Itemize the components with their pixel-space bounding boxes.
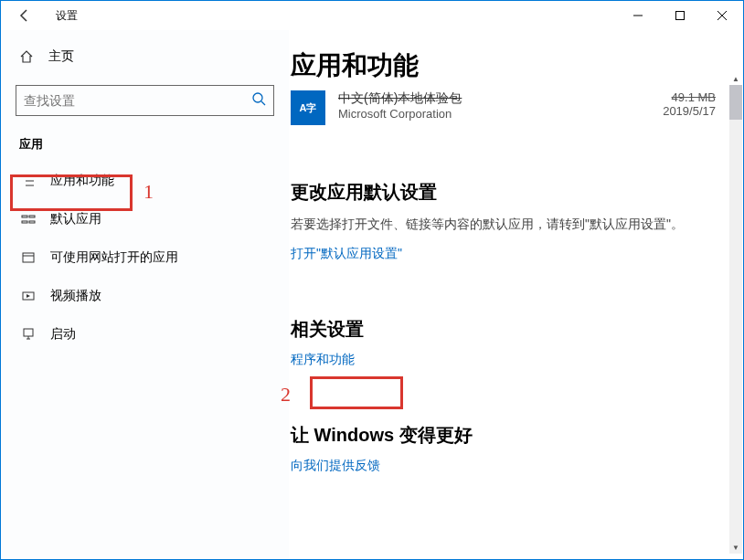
back-button[interactable] [10, 1, 39, 30]
sidebar-section-title: 应用 [1, 116, 289, 162]
feedback-link[interactable]: 向我们提供反馈 [291, 458, 380, 474]
sidebar-item-apps-for-websites[interactable]: 可使用网站打开的应用 [1, 238, 289, 277]
scroll-down-arrow[interactable]: ▼ [729, 541, 742, 554]
scrollbar-track[interactable] [729, 85, 742, 554]
change-defaults-heading: 更改应用默认设置 [291, 180, 716, 205]
home-label: 主页 [48, 48, 74, 65]
svg-rect-13 [22, 221, 27, 223]
app-size: 49.1 MB [663, 90, 716, 104]
svg-line-5 [261, 101, 265, 105]
change-defaults-desc: 若要选择打开文件、链接等内容的默认应用，请转到"默认应用设置"。 [291, 214, 684, 234]
list-icon [19, 174, 37, 188]
close-button[interactable] [701, 1, 743, 30]
svg-rect-14 [29, 216, 35, 217]
svg-rect-16 [23, 253, 34, 262]
scroll-up-arrow[interactable]: ▲ [729, 72, 742, 85]
annotation-number-1: 1 [143, 180, 154, 204]
home-button[interactable]: 主页 [1, 39, 289, 74]
svg-point-4 [253, 93, 262, 102]
website-icon [19, 250, 37, 265]
sidebar: 主页 应用 应用和功能 默认应用 [1, 30, 289, 559]
sidebar-item-label: 启动 [50, 326, 76, 343]
minimize-button[interactable] [617, 1, 659, 30]
defaults-icon [19, 212, 37, 227]
programs-and-features-link[interactable]: 程序和功能 [291, 352, 355, 368]
scrollbar-thumb[interactable] [729, 85, 742, 120]
sidebar-item-default-apps[interactable]: 默认应用 [1, 200, 289, 238]
open-default-apps-link[interactable]: 打开"默认应用设置" [291, 246, 402, 262]
svg-rect-12 [22, 216, 27, 217]
page-heading: 应用和功能 [291, 48, 716, 83]
svg-rect-15 [29, 221, 35, 223]
video-icon [19, 289, 37, 303]
app-date: 2019/5/17 [663, 104, 716, 118]
main-content: 应用和功能 A字 中文(简体)本地体验包 Microsoft Corporati… [289, 30, 743, 559]
annotation-number-2: 2 [281, 383, 291, 407]
startup-icon [19, 327, 37, 342]
svg-rect-19 [24, 329, 33, 336]
sidebar-item-startup[interactable]: 启动 [1, 315, 289, 354]
home-icon [19, 49, 37, 64]
maximize-button[interactable] [659, 1, 701, 30]
svg-rect-1 [676, 12, 685, 20]
search-input[interactable] [24, 93, 251, 108]
sidebar-item-label: 视频播放 [50, 288, 101, 304]
app-publisher: Microsoft Corporation [338, 107, 663, 121]
search-icon [251, 91, 266, 110]
sidebar-item-video-playback[interactable]: 视频播放 [1, 277, 289, 315]
window-title: 设置 [56, 8, 78, 24]
related-settings-heading: 相关设置 [291, 317, 716, 342]
sidebar-item-label: 默认应用 [50, 211, 101, 227]
sidebar-item-label: 可使用网站打开的应用 [50, 249, 178, 266]
search-input-wrap[interactable] [16, 85, 274, 116]
app-name: 中文(简体)本地体验包 [338, 90, 663, 107]
app-list-item[interactable]: A字 中文(简体)本地体验包 Microsoft Corporation 49.… [291, 90, 716, 125]
improve-windows-heading: 让 Windows 变得更好 [291, 423, 716, 448]
app-icon: A字 [291, 90, 325, 125]
sidebar-item-label: 应用和功能 [50, 173, 114, 189]
